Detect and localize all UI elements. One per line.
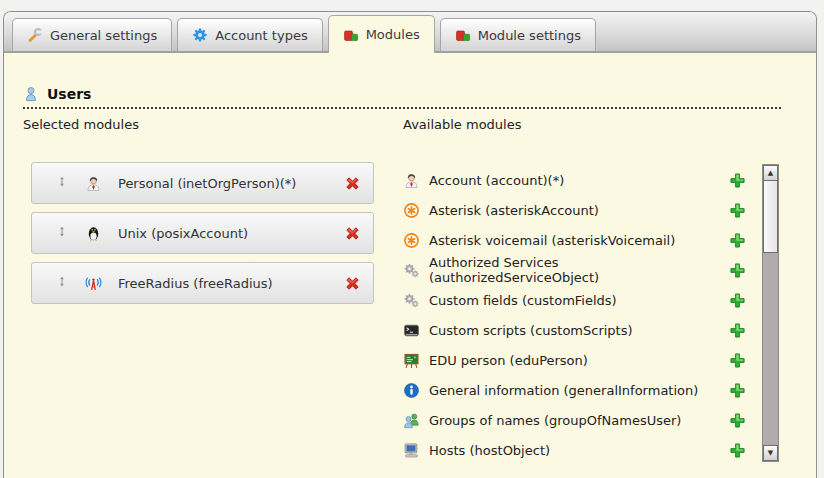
tab-account-types[interactable]: Account types: [177, 18, 322, 51]
wrench-icon: [27, 27, 43, 43]
selected-modules-list: Personal (inetOrgPerson)(*)Unix (posixAc…: [31, 162, 374, 312]
available-module-label: Asterisk (asteriskAccount): [429, 203, 599, 218]
available-module-label: General information (generalInformation): [429, 383, 698, 398]
add-module-button[interactable]: [729, 262, 746, 279]
add-module-button[interactable]: [729, 202, 746, 219]
scrollbar[interactable]: ▲ ▼: [762, 164, 779, 462]
selected-modules-label: Selected modules: [23, 117, 139, 132]
modules-icon: [455, 27, 471, 43]
available-module-label: Account (account)(*): [429, 173, 564, 188]
tab-module-settings[interactable]: Module settings: [440, 18, 596, 51]
chalkboard-icon: [403, 352, 420, 369]
selected-module-row-freeradius[interactable]: FreeRadius (freeRadius): [31, 262, 374, 304]
tab-label: Module settings: [478, 28, 581, 43]
available-module-label: Groups of names (groupOfNamesUser): [429, 413, 681, 428]
terminal-icon: [403, 322, 420, 339]
available-module-row-asterisk: Asterisk voicemail (asteriskVoicemail): [403, 225, 746, 255]
asterisk-icon: [403, 202, 420, 219]
asterisk-icon: [403, 232, 420, 249]
scroll-down-button[interactable]: ▼: [763, 445, 778, 461]
tab-label: Account types: [215, 28, 307, 43]
tab-modules[interactable]: Modules: [328, 15, 435, 53]
selected-module-label: FreeRadius (freeRadius): [118, 276, 273, 291]
available-module-row-groups: Groups of names (groupOfNamesUser): [403, 405, 746, 435]
available-module-row-custom: Custom scripts (customScripts): [403, 315, 746, 345]
scroll-up-button[interactable]: ▲: [763, 165, 778, 181]
gears-icon: [403, 292, 420, 309]
available-module-label: Hosts (hostObject): [429, 443, 550, 458]
available-module-row-edu: EDU person (eduPerson): [403, 345, 746, 375]
modules-icon: [343, 27, 359, 43]
computer-icon: [403, 442, 420, 459]
add-module-button[interactable]: [729, 352, 746, 369]
scroll-thumb[interactable]: [763, 180, 778, 253]
available-module-row-account: Account (account)(*): [403, 165, 746, 195]
available-modules-label: Available modules: [403, 117, 521, 132]
available-modules-list: Account (account)(*)Asterisk (asteriskAc…: [403, 165, 746, 465]
selected-module-label: Personal (inetOrgPerson)(*): [118, 176, 296, 191]
available-module-label: Custom scripts (customScripts): [429, 323, 633, 338]
info-icon: [403, 382, 420, 399]
selected-module-row-unix[interactable]: Unix (posixAccount): [31, 212, 374, 254]
add-module-button[interactable]: [729, 412, 746, 429]
drag-handle-icon[interactable]: [56, 275, 73, 292]
person-icon: [85, 175, 102, 192]
user-icon: [23, 86, 39, 102]
tab-general-settings[interactable]: General settings: [12, 18, 172, 51]
tab-bar: General settingsAccount typesModulesModu…: [4, 12, 816, 53]
tab-label: General settings: [50, 28, 157, 43]
configuration-window: General settingsAccount typesModulesModu…: [3, 11, 817, 478]
add-module-button[interactable]: [729, 232, 746, 249]
remove-module-button[interactable]: [344, 175, 361, 192]
available-module-row-general: General information (generalInformation): [403, 375, 746, 405]
gears-icon: [403, 262, 420, 279]
tab-label: Modules: [366, 27, 420, 42]
available-module-label: Asterisk voicemail (asteriskVoicemail): [429, 233, 675, 248]
remove-module-button[interactable]: [344, 275, 361, 292]
remove-module-button[interactable]: [344, 225, 361, 242]
section-title: Users: [47, 86, 91, 102]
antenna-icon: [85, 275, 102, 292]
users-section-heading: Users: [23, 86, 781, 109]
group-icon: [403, 412, 420, 429]
gear-icon: [192, 27, 208, 43]
selected-module-label: Unix (posixAccount): [118, 226, 248, 241]
available-module-row-hosts: Hosts (hostObject): [403, 435, 746, 465]
person-icon: [403, 172, 420, 189]
add-module-button[interactable]: [729, 382, 746, 399]
available-module-label: Custom fields (customFields): [429, 293, 617, 308]
add-module-button[interactable]: [729, 292, 746, 309]
add-module-button[interactable]: [729, 322, 746, 339]
drag-handle-icon[interactable]: [56, 175, 73, 192]
available-module-label: EDU person (eduPerson): [429, 353, 588, 368]
penguin-icon: [85, 225, 102, 242]
add-module-button[interactable]: [729, 172, 746, 189]
available-module-label: Authorized Services (authorizedServiceOb…: [429, 255, 729, 285]
selected-module-row-personal[interactable]: Personal (inetOrgPerson)(*): [31, 162, 374, 204]
available-module-row-authorized: Authorized Services (authorizedServiceOb…: [403, 255, 746, 285]
add-module-button[interactable]: [729, 442, 746, 459]
available-module-row-custom: Custom fields (customFields): [403, 285, 746, 315]
available-module-row-asterisk: Asterisk (asteriskAccount): [403, 195, 746, 225]
drag-handle-icon[interactable]: [56, 225, 73, 242]
